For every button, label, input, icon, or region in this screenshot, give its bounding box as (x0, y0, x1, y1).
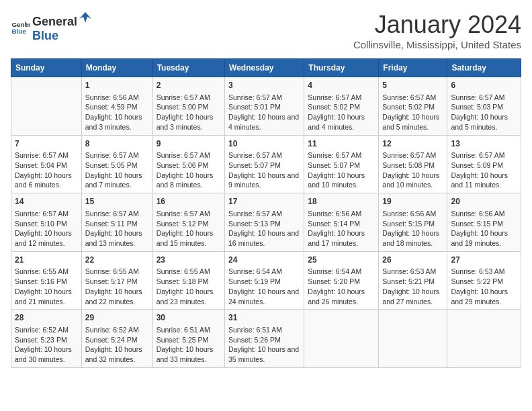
week-row-4: 21Sunrise: 6:55 AMSunset: 5:16 PMDayligh… (11, 251, 521, 310)
weekday-header-wednesday: Wednesday (225, 59, 304, 77)
day-number: 12 (382, 138, 443, 150)
calendar-cell: 8Sunrise: 6:57 AMSunset: 5:05 PMDaylight… (81, 135, 152, 193)
week-row-2: 7Sunrise: 6:57 AMSunset: 5:04 PMDaylight… (11, 135, 521, 193)
day-info: Sunrise: 6:57 AMSunset: 5:07 PMDaylight:… (308, 150, 375, 190)
day-number: 16 (157, 196, 221, 208)
day-info: Sunrise: 6:54 AMSunset: 5:19 PMDaylight:… (228, 267, 300, 306)
calendar-cell: 3Sunrise: 6:57 AMSunset: 5:01 PMDaylight… (225, 77, 304, 136)
calendar-cell: 25Sunrise: 6:54 AMSunset: 5:20 PMDayligh… (304, 251, 379, 310)
calendar-cell: 9Sunrise: 6:57 AMSunset: 5:06 PMDaylight… (152, 135, 224, 193)
weekday-header-saturday: Saturday (447, 59, 521, 77)
day-info: Sunrise: 6:57 AMSunset: 5:04 PMDaylight:… (15, 150, 78, 190)
calendar-cell (304, 310, 379, 368)
calendar-cell: 6Sunrise: 6:57 AMSunset: 5:03 PMDaylight… (447, 77, 521, 136)
calendar-cell: 30Sunrise: 6:51 AMSunset: 5:25 PMDayligh… (152, 310, 224, 368)
day-number: 3 (228, 80, 300, 91)
calendar-cell: 13Sunrise: 6:57 AMSunset: 5:09 PMDayligh… (447, 135, 521, 193)
calendar-cell: 28Sunrise: 6:52 AMSunset: 5:23 PMDayligh… (11, 310, 82, 368)
weekday-header-row: SundayMondayTuesdayWednesdayThursdayFrid… (11, 59, 521, 77)
day-info: Sunrise: 6:57 AMSunset: 5:02 PMDaylight:… (382, 93, 443, 132)
calendar-cell: 19Sunrise: 6:56 AMSunset: 5:15 PMDayligh… (379, 193, 447, 252)
calendar-cell: 20Sunrise: 6:56 AMSunset: 5:15 PMDayligh… (447, 193, 521, 252)
day-number: 4 (308, 80, 375, 91)
calendar-cell (447, 310, 521, 368)
day-info: Sunrise: 6:57 AMSunset: 5:07 PMDaylight:… (228, 150, 300, 190)
day-number: 26 (382, 255, 443, 266)
day-info: Sunrise: 6:55 AMSunset: 5:16 PMDaylight:… (15, 267, 78, 306)
calendar-cell: 14Sunrise: 6:57 AMSunset: 5:10 PMDayligh… (11, 193, 82, 252)
day-number: 19 (382, 196, 443, 208)
calendar-cell (379, 310, 447, 368)
calendar-title: January 2024 (353, 11, 521, 39)
day-number: 24 (228, 255, 300, 266)
day-info: Sunrise: 6:57 AMSunset: 5:10 PMDaylight:… (15, 209, 78, 248)
calendar-cell: 21Sunrise: 6:55 AMSunset: 5:16 PMDayligh… (11, 251, 82, 310)
calendar-cell: 7Sunrise: 6:57 AMSunset: 5:04 PMDaylight… (11, 135, 82, 193)
calendar-cell: 17Sunrise: 6:57 AMSunset: 5:13 PMDayligh… (225, 193, 304, 252)
day-info: Sunrise: 6:52 AMSunset: 5:24 PMDaylight:… (85, 325, 149, 365)
day-number: 11 (308, 138, 375, 150)
day-number: 28 (15, 312, 78, 324)
week-row-3: 14Sunrise: 6:57 AMSunset: 5:10 PMDayligh… (11, 193, 521, 252)
day-number: 21 (15, 255, 78, 266)
day-number: 17 (228, 196, 300, 208)
day-info: Sunrise: 6:57 AMSunset: 5:08 PMDaylight:… (382, 150, 443, 190)
logo: General Blue General Blue (11, 11, 93, 43)
calendar-cell: 23Sunrise: 6:55 AMSunset: 5:18 PMDayligh… (152, 251, 224, 310)
day-number: 2 (157, 80, 221, 91)
day-info: Sunrise: 6:56 AMSunset: 4:59 PMDaylight:… (85, 93, 149, 132)
logo-general-text: General (32, 15, 77, 29)
day-info: Sunrise: 6:57 AMSunset: 5:09 PMDaylight:… (451, 150, 517, 190)
day-info: Sunrise: 6:56 AMSunset: 5:14 PMDaylight:… (308, 209, 375, 248)
calendar-cell: 16Sunrise: 6:57 AMSunset: 5:12 PMDayligh… (152, 193, 224, 252)
day-info: Sunrise: 6:57 AMSunset: 5:03 PMDaylight:… (451, 93, 517, 132)
day-info: Sunrise: 6:57 AMSunset: 5:02 PMDaylight:… (308, 93, 375, 132)
calendar-cell: 11Sunrise: 6:57 AMSunset: 5:07 PMDayligh… (304, 135, 379, 193)
calendar-cell: 26Sunrise: 6:53 AMSunset: 5:21 PMDayligh… (379, 251, 447, 310)
day-info: Sunrise: 6:52 AMSunset: 5:23 PMDaylight:… (15, 325, 78, 365)
calendar-table: SundayMondayTuesdayWednesdayThursdayFrid… (11, 58, 521, 368)
svg-marker-2 (79, 12, 91, 23)
day-info: Sunrise: 6:57 AMSunset: 5:06 PMDaylight:… (157, 150, 221, 190)
day-number: 30 (157, 312, 221, 324)
day-number: 6 (451, 80, 517, 91)
title-block: January 2024 Collinsville, Mississippi, … (353, 11, 521, 50)
calendar-cell: 18Sunrise: 6:56 AMSunset: 5:14 PMDayligh… (304, 193, 379, 252)
calendar-cell: 31Sunrise: 6:51 AMSunset: 5:26 PMDayligh… (225, 310, 304, 368)
day-number: 7 (15, 138, 78, 150)
weekday-header-friday: Friday (379, 59, 447, 77)
day-number: 8 (85, 138, 149, 150)
day-info: Sunrise: 6:54 AMSunset: 5:20 PMDaylight:… (308, 267, 375, 306)
day-info: Sunrise: 6:56 AMSunset: 5:15 PMDaylight:… (451, 209, 517, 248)
day-number: 29 (85, 312, 149, 324)
day-number: 10 (228, 138, 300, 150)
day-info: Sunrise: 6:57 AMSunset: 5:00 PMDaylight:… (157, 93, 221, 132)
day-info: Sunrise: 6:56 AMSunset: 5:15 PMDaylight:… (382, 209, 443, 248)
day-info: Sunrise: 6:53 AMSunset: 5:22 PMDaylight:… (451, 267, 517, 306)
day-number: 14 (15, 196, 78, 208)
day-number: 15 (85, 196, 149, 208)
week-row-1: 1Sunrise: 6:56 AMSunset: 4:59 PMDaylight… (11, 77, 521, 136)
day-info: Sunrise: 6:57 AMSunset: 5:12 PMDaylight:… (157, 209, 221, 248)
calendar-cell: 12Sunrise: 6:57 AMSunset: 5:08 PMDayligh… (379, 135, 447, 193)
day-info: Sunrise: 6:57 AMSunset: 5:05 PMDaylight:… (85, 150, 149, 190)
logo-icon: General Blue (11, 17, 30, 36)
week-row-5: 28Sunrise: 6:52 AMSunset: 5:23 PMDayligh… (11, 310, 521, 368)
day-info: Sunrise: 6:57 AMSunset: 5:11 PMDaylight:… (85, 209, 149, 248)
calendar-cell: 10Sunrise: 6:57 AMSunset: 5:07 PMDayligh… (225, 135, 304, 193)
calendar-cell: 29Sunrise: 6:52 AMSunset: 5:24 PMDayligh… (81, 310, 152, 368)
day-info: Sunrise: 6:55 AMSunset: 5:18 PMDaylight:… (157, 267, 221, 306)
page-header: General Blue General Blue January 2024 C… (11, 11, 521, 50)
day-number: 13 (451, 138, 517, 150)
logo-blue-text: Blue (32, 29, 93, 43)
day-number: 22 (85, 255, 149, 266)
weekday-header-monday: Monday (81, 59, 152, 77)
calendar-cell: 5Sunrise: 6:57 AMSunset: 5:02 PMDaylight… (379, 77, 447, 136)
day-number: 9 (157, 138, 221, 150)
calendar-cell: 4Sunrise: 6:57 AMSunset: 5:02 PMDaylight… (304, 77, 379, 136)
calendar-cell: 2Sunrise: 6:57 AMSunset: 5:00 PMDaylight… (152, 77, 224, 136)
weekday-header-thursday: Thursday (304, 59, 379, 77)
calendar-cell: 1Sunrise: 6:56 AMSunset: 4:59 PMDaylight… (81, 77, 152, 136)
day-info: Sunrise: 6:53 AMSunset: 5:21 PMDaylight:… (382, 267, 443, 306)
day-number: 1 (85, 80, 149, 91)
